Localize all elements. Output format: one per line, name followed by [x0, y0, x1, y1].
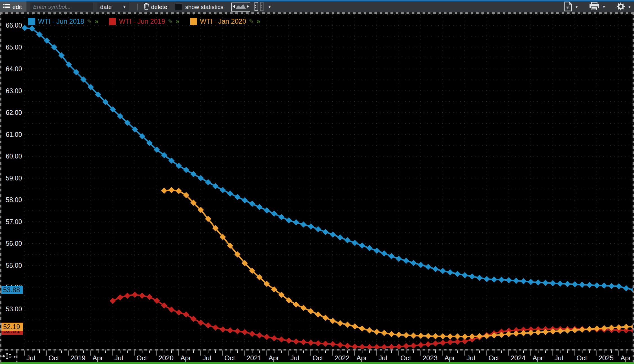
date-dropdown-value: date [100, 4, 112, 10]
y-axis-label: 64.00 [6, 65, 22, 73]
chart-border-left [0, 12, 1, 362]
chart-type-button[interactable] [231, 3, 250, 12]
last-price-badge: 52.19 [0, 323, 23, 331]
x-axis-label: 2022 [334, 354, 349, 362]
show-statistics-checkbox[interactable] [175, 3, 182, 11]
y-axis-label: 53.00 [6, 305, 22, 313]
y-axis-label: 63.00 [6, 87, 22, 95]
expand-series-icon[interactable]: » [257, 18, 260, 25]
chart-border-right [633, 12, 634, 362]
legend-swatch [190, 18, 197, 25]
chart-border-top [0, 12, 634, 14]
legend-swatch [28, 18, 35, 25]
fit-y-axis-button[interactable]: ▼ [0, 351, 16, 362]
expand-series-icon[interactable]: » [176, 18, 179, 25]
x-axis-label: Oct [224, 354, 235, 362]
x-axis-label: Oct [312, 354, 323, 362]
area-chart-fit-icon [233, 3, 249, 11]
axis-ruler-toggle[interactable] [254, 2, 264, 12]
y-axis-label: 56.00 [6, 240, 22, 247]
symbol-input[interactable] [30, 3, 93, 11]
x-axis-label: Jul [26, 354, 35, 362]
x-axis-label: Apr [269, 354, 279, 362]
date-dropdown[interactable]: date ▼ [97, 3, 129, 11]
delete-button-label: delete [151, 4, 167, 10]
toolbar-separator [137, 4, 138, 10]
toolbar: edit date ▼ delete show statistics [0, 1, 634, 12]
x-axis-label: Apr [356, 354, 367, 362]
chart-area: 66.0065.0064.0063.0062.0061.0060.0059.00… [0, 12, 634, 362]
x-axis-label: Jul [202, 354, 211, 362]
legend: WTI - Jun 2018✎»WTI - Jun 2019✎»WTI - Ja… [28, 17, 260, 25]
chevron-down-icon: ▼ [123, 5, 126, 9]
x-axis-label: Jul [291, 354, 299, 362]
y-axis-label: 59.00 [6, 175, 22, 182]
edit-series-icon[interactable]: ✎ [168, 18, 173, 25]
price-plot[interactable]: 66.0065.0064.0063.0062.0061.0060.0059.00… [0, 12, 634, 362]
x-axis-label: Jul [115, 354, 123, 362]
series-markers[interactable] [161, 187, 634, 340]
legend-item[interactable]: WTI - Jun 2018✎» [28, 17, 98, 25]
gear-icon [616, 2, 625, 12]
x-axis-label: Jul [378, 354, 387, 362]
y-axis-label: 61.00 [6, 131, 22, 138]
expand-series-icon[interactable]: » [95, 18, 99, 25]
print-chevron[interactable]: ▼ [602, 5, 606, 9]
export-chevron[interactable]: ▼ [575, 5, 578, 9]
rulers-icon [254, 2, 264, 12]
x-axis-label: Oct [577, 354, 587, 362]
x-axis-label: Apr [92, 354, 103, 362]
edit-series-icon[interactable]: ✎ [87, 18, 92, 25]
x-axis-label: Apr [180, 354, 191, 362]
settings-chevron[interactable]: ▼ [628, 5, 631, 9]
legend-swatch [109, 18, 116, 25]
series-line[interactable] [164, 190, 633, 337]
chart-style-chevron[interactable]: ▼ [268, 5, 271, 9]
x-axis-label: Apr [532, 354, 543, 362]
y-axis-label: 55.00 [6, 262, 22, 269]
x-axis-label: Jul [555, 354, 563, 362]
series-line[interactable] [113, 295, 634, 347]
edit-button-label: edit [12, 4, 22, 10]
show-statistics-label: show statistics [185, 4, 223, 10]
y-axis-label: 66.00 [6, 22, 22, 29]
series-line[interactable] [25, 28, 633, 290]
x-axis-label: Apr [445, 354, 455, 362]
toolbar-right-group: ▼ ▼ [564, 1, 631, 12]
y-axis-label: 60.00 [6, 153, 22, 160]
y-axis-label: 57.00 [6, 218, 22, 225]
chart-border-bottom [0, 349, 634, 350]
export-file-icon [564, 1, 572, 12]
x-axis-label: Oct [137, 354, 147, 362]
legend-item[interactable]: WTI - Jun 2019✎» [109, 17, 179, 25]
series-markers[interactable] [110, 292, 634, 350]
x-axis-label: 2025 [599, 354, 613, 362]
x-axis-label: 2023 [423, 354, 437, 362]
x-axis-label: 2019 [70, 354, 85, 362]
last-price-badge: 53.88 [0, 286, 23, 294]
x-axis-label: Oct [48, 354, 59, 362]
trash-icon [143, 3, 149, 11]
edit-button[interactable]: edit [0, 1, 26, 12]
fit-axis-icon [1, 352, 12, 361]
legend-label: WTI - Jun 2018 [38, 17, 84, 25]
x-axis-label: 2021 [247, 354, 262, 362]
window-bottom-accent [0, 362, 634, 364]
charting-app-window: edit date ▼ delete show statistics [0, 0, 634, 364]
x-axis-label: Oct [401, 354, 411, 362]
y-axis-label: 65.00 [6, 44, 22, 51]
settings-button[interactable] [616, 2, 625, 12]
fit-axis-chevron[interactable]: ▼ [13, 355, 16, 359]
delete-button[interactable]: delete [142, 1, 169, 12]
list-menu-icon [3, 3, 10, 10]
y-axis-label: 62.00 [6, 109, 22, 116]
edit-series-icon[interactable]: ✎ [249, 18, 254, 25]
y-axis-label: 58.00 [6, 196, 22, 204]
series-markers[interactable] [22, 25, 634, 293]
legend-item[interactable]: WTI - Jan 2020✎» [190, 17, 260, 25]
print-button[interactable] [589, 2, 600, 12]
x-axis-label: 2024 [510, 354, 525, 362]
x-axis-label: 2020 [158, 354, 173, 362]
legend-label: WTI - Jun 2019 [119, 17, 165, 25]
export-button[interactable] [564, 1, 572, 12]
